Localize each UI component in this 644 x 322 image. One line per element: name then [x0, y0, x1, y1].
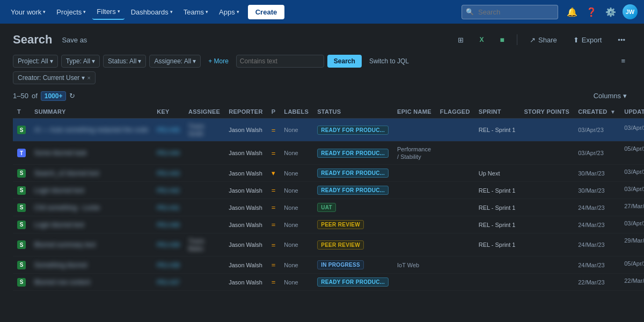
- create-button[interactable]: Create: [248, 5, 284, 19]
- switch-to-jql-button[interactable]: Switch to JQL: [365, 55, 413, 68]
- save-as-button[interactable]: Save as: [58, 34, 90, 46]
- columns-button[interactable]: Columns ▾: [589, 90, 631, 102]
- cell-assignee: [184, 142, 224, 165]
- nav-item-filters[interactable]: Filters ▾: [92, 4, 124, 20]
- cell-flagged: [436, 199, 474, 216]
- nav-item-teams[interactable]: Teams ▾: [179, 5, 213, 19]
- cell-type: S: [13, 257, 30, 274]
- cell-story-points: [519, 199, 574, 216]
- issues-table: T Summary Key Assignee Reporter P Labels…: [13, 105, 644, 291]
- export-button[interactable]: ⬆ Export: [567, 33, 608, 47]
- assignee-filter[interactable]: Assignee: All ▾: [149, 55, 201, 68]
- global-search-input[interactable]: [462, 5, 558, 19]
- remove-creator-filter-button[interactable]: ×: [87, 75, 90, 81]
- help-icon[interactable]: ❓: [584, 4, 599, 19]
- table-row[interactable]: T Some blurred task PRJ-444 Jason Walsh …: [13, 142, 644, 165]
- labels-text: None: [284, 127, 298, 133]
- updated-date: 03/Apr/23: [624, 169, 644, 175]
- summary-text: Blurred row content: [34, 279, 90, 286]
- cell-summary: Something blurred: [30, 257, 152, 274]
- cell-status: READY FOR PRODUC...: [313, 119, 393, 142]
- cell-reporter: Jason Walsh: [224, 216, 267, 233]
- col-created[interactable]: Created ▼: [574, 105, 620, 119]
- cell-key: PRJ-442: [152, 182, 184, 199]
- cell-sprint: REL - Sprint 1: [474, 182, 520, 199]
- share-icon: ↗: [530, 36, 536, 44]
- cell-key: PRJ-444: [152, 142, 184, 165]
- type-icon: S: [17, 278, 26, 287]
- cell-priority: =: [267, 119, 280, 142]
- type-icon: T: [17, 149, 26, 157]
- nav-item-projects[interactable]: Projects ▾: [52, 5, 90, 19]
- col-reporter[interactable]: Reporter: [224, 105, 267, 119]
- cell-epic: [393, 119, 436, 142]
- grid-view-button[interactable]: ⊞: [452, 33, 470, 47]
- cell-key: PRJ-441: [152, 199, 184, 216]
- more-actions-button[interactable]: •••: [612, 33, 631, 47]
- key-text: PRJ-440: [157, 222, 180, 228]
- table-row[interactable]: S Chil something - Locke PRJ-441 Jason W…: [13, 199, 644, 216]
- created-date: 22/Mar/23: [578, 279, 605, 286]
- project-filter[interactable]: Project: All ▾: [13, 55, 58, 68]
- cell-flagged: [436, 165, 474, 182]
- cell-sprint: REL - Sprint 1: [474, 216, 520, 233]
- key-text: PRJ-439: [157, 241, 180, 248]
- chevron-down-icon: ▾: [193, 57, 196, 65]
- col-updated[interactable]: Updated: [620, 105, 644, 119]
- nav-item-dashboards[interactable]: Dashboards ▾: [127, 5, 177, 19]
- col-status[interactable]: Status: [313, 105, 393, 119]
- cell-priority: =: [267, 216, 280, 233]
- cell-story-points: [519, 257, 574, 274]
- contains-text-input[interactable]: [236, 55, 324, 68]
- table-row[interactable]: S AI — Auto something redacted the code …: [13, 119, 644, 142]
- cell-updated: 27/Mar/23: [620, 199, 644, 213]
- refresh-icon[interactable]: ↻: [69, 92, 75, 100]
- creator-filter-chip[interactable]: Creator: Current User ▾ ×: [13, 71, 96, 84]
- avatar[interactable]: JW: [623, 4, 638, 19]
- nav-item-apps[interactable]: Apps ▾: [215, 5, 244, 19]
- created-date: 03/Apr/23: [578, 127, 604, 133]
- col-priority[interactable]: P: [267, 105, 280, 119]
- cell-labels: None: [280, 182, 313, 199]
- search-button[interactable]: Search: [327, 55, 362, 68]
- table-row[interactable]: S Login blurred text PRJ-442 Jason Walsh…: [13, 182, 644, 199]
- settings-icon[interactable]: ⚙️: [603, 4, 618, 19]
- cell-priority: =: [267, 199, 280, 216]
- table-row[interactable]: S Blurred row content PRJ-437 Jason Wals…: [13, 274, 644, 291]
- status-filter[interactable]: Status: All ▾: [103, 55, 146, 68]
- table-row[interactable]: S Blurred summary text PRJ-439 Travis Ba…: [13, 233, 644, 257]
- header-actions: ⊞ X ■ ↗ Share ⬆ Export •••: [452, 32, 631, 47]
- cell-sprint: REL - Sprint 1: [474, 199, 520, 216]
- notifications-icon[interactable]: 🔔: [565, 4, 580, 19]
- list-view-button[interactable]: ≡: [615, 54, 631, 68]
- cell-status: READY FOR PRODUC...: [313, 142, 393, 165]
- table-row[interactable]: S Something blurred PRJ-438 Jason Walsh …: [13, 257, 644, 274]
- green-action-button[interactable]: ■: [494, 32, 510, 47]
- col-story-points[interactable]: Story Points: [519, 105, 574, 119]
- more-filters-button[interactable]: + More: [204, 55, 233, 67]
- col-key[interactable]: Key: [152, 105, 184, 119]
- updated-date: 29/Mar/23: [624, 237, 644, 244]
- cell-created: 03/Apr/23: [574, 142, 620, 165]
- table-row[interactable]: S Search_v2 blurred text PRJ-443 Jason W…: [13, 165, 644, 182]
- key-text: PRJ-442: [157, 187, 180, 194]
- nav-item-your-work[interactable]: Your work ▾: [6, 5, 50, 19]
- excel-export-button[interactable]: X: [474, 33, 490, 47]
- type-filter[interactable]: Type: All ▾: [61, 55, 100, 68]
- priority-icon: =: [272, 186, 276, 194]
- share-button[interactable]: ↗ Share: [524, 33, 563, 47]
- issues-table-container: T Summary Key Assignee Reporter P Labels…: [0, 105, 644, 303]
- summary-text: Login blurred text: [34, 221, 84, 229]
- col-flagged[interactable]: Flagged: [436, 105, 474, 119]
- col-labels[interactable]: Labels: [280, 105, 313, 119]
- green-icon: ■: [500, 35, 504, 44]
- col-summary[interactable]: Summary: [30, 105, 152, 119]
- chevron-icon: ▾: [83, 9, 86, 14]
- col-type[interactable]: T: [13, 105, 30, 119]
- table-row[interactable]: S Login blurred text PRJ-440 Jason Walsh…: [13, 216, 644, 233]
- cell-labels: None: [280, 165, 313, 182]
- col-epic[interactable]: Epic Name: [393, 105, 436, 119]
- cell-labels: None: [280, 274, 313, 291]
- col-assignee[interactable]: Assignee: [184, 105, 224, 119]
- col-sprint[interactable]: Sprint: [474, 105, 520, 119]
